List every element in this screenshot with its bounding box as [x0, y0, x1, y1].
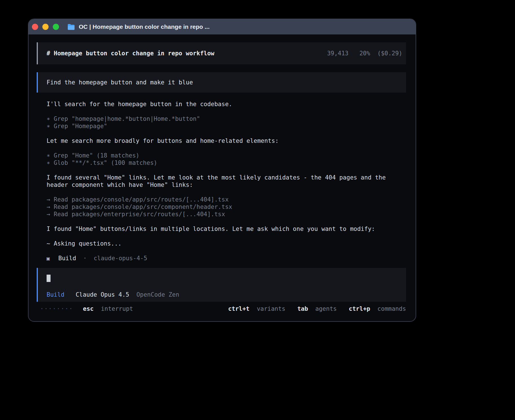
agent-status-row: ▣ Build · claude-opus-4-5 [47, 255, 398, 262]
read-file-line: → Read packages/console/app/src/routes/[… [47, 196, 398, 203]
shortcut-label: agents [315, 305, 337, 312]
window-title: OC | Homepage button color change in rep… [79, 23, 210, 30]
assistant-line: ~ Asking questions... [47, 240, 122, 247]
close-button[interactable] [32, 24, 38, 30]
tool-call-line: ∗ Grep "Home" (18 matches) [47, 152, 398, 159]
tool-call-line: ∗ Grep "homepage|home.*button|Home.*butt… [47, 115, 398, 123]
terminal-content: # Homepage button color change in repo w… [29, 42, 416, 312]
user-message: Find the homepage button and make it blu… [37, 72, 406, 93]
assistant-text: I found "Home" buttons/links in multiple… [47, 225, 398, 233]
user-message-text: Find the homepage button and make it blu… [47, 79, 193, 86]
tool-calls: ∗ Grep "homepage|home.*button|Home.*butt… [47, 115, 398, 130]
text-cursor [47, 275, 51, 282]
status-bar-left: ········ esc interrupt [40, 305, 133, 312]
input-model-label: Claude Opus 4.5 [76, 291, 129, 298]
session-title: # Homepage button color change in repo w… [47, 50, 214, 57]
session-header: # Homepage button color change in repo w… [37, 42, 406, 64]
context-percent: 20% [359, 50, 370, 57]
spinner-dots: ········ [40, 305, 73, 312]
shortcut-agents: tab agents [297, 305, 337, 312]
folder-icon [67, 24, 75, 30]
zoom-button[interactable] [53, 24, 59, 30]
tool-call-line: ∗ Glob "**/*.tsx" (100 matches) [47, 159, 398, 167]
read-file-line: → Read packages/console/app/src/componen… [47, 203, 398, 211]
shortcut-key: ctrl+t [228, 305, 250, 312]
assistant-status-text: ~ Asking questions... [47, 240, 398, 247]
minimize-button[interactable] [42, 24, 49, 30]
shortcut-commands: ctrl+p commands [349, 305, 406, 312]
assistant-text: I'll search for the homepage button in t… [47, 100, 398, 108]
status-bar-right: ctrl+t variants tab agents ctrl+p comman… [228, 305, 406, 312]
assistant-line: I found "Home" buttons/links in multiple… [47, 226, 375, 232]
tool-calls: → Read packages/console/app/src/routes/[… [47, 196, 398, 218]
esc-key-hint: esc [83, 305, 94, 312]
input-meta: Build Claude Opus 4.5 OpenCode Zen [47, 291, 406, 298]
shortcut-key: ctrl+p [349, 305, 370, 312]
terminal-window: OC | Homepage button color change in rep… [28, 19, 416, 322]
agent-icon: ▣ [47, 255, 50, 261]
token-count: 39,413 [327, 50, 348, 57]
assistant-transcript: I'll search for the homepage button in t… [47, 100, 398, 262]
assistant-line: Let me search more broadly for buttons a… [47, 137, 279, 144]
esc-key-label: interrupt [101, 305, 133, 312]
shortcut-key: tab [297, 305, 308, 312]
shortcut-variants: ctrl+t variants [228, 305, 285, 312]
window-titlebar[interactable]: OC | Homepage button color change in rep… [29, 19, 416, 34]
model-name: claude-opus-4-5 [94, 255, 147, 262]
agent-name: Build [58, 255, 76, 262]
session-stats: 39,413 20% ($0.29) [327, 50, 402, 57]
provider-label: OpenCode Zen [136, 291, 179, 298]
assistant-line: I found several "Home" links. Let me loo… [47, 174, 386, 188]
prompt-input[interactable]: Build Claude Opus 4.5 OpenCode Zen [37, 268, 406, 302]
shortcut-label: variants [257, 305, 285, 312]
assistant-text: I found several "Home" links. Let me loo… [47, 174, 398, 189]
separator-dot: · [83, 255, 87, 262]
mode-label: Build [47, 291, 64, 298]
tool-calls: ∗ Grep "Home" (18 matches) ∗ Glob "**/*.… [47, 152, 398, 167]
assistant-line: I'll search for the homepage button in t… [47, 101, 232, 108]
assistant-text: Let me search more broadly for buttons a… [47, 137, 398, 145]
status-bar: ········ esc interrupt ctrl+t variants t… [40, 305, 406, 312]
session-cost: ($0.29) [377, 50, 402, 57]
read-file-line: → Read packages/enterprise/src/routes/[.… [47, 211, 398, 218]
tool-call-line: ∗ Grep "Homepage" [47, 123, 398, 130]
shortcut-label: commands [377, 305, 406, 312]
traffic-lights [32, 24, 59, 30]
